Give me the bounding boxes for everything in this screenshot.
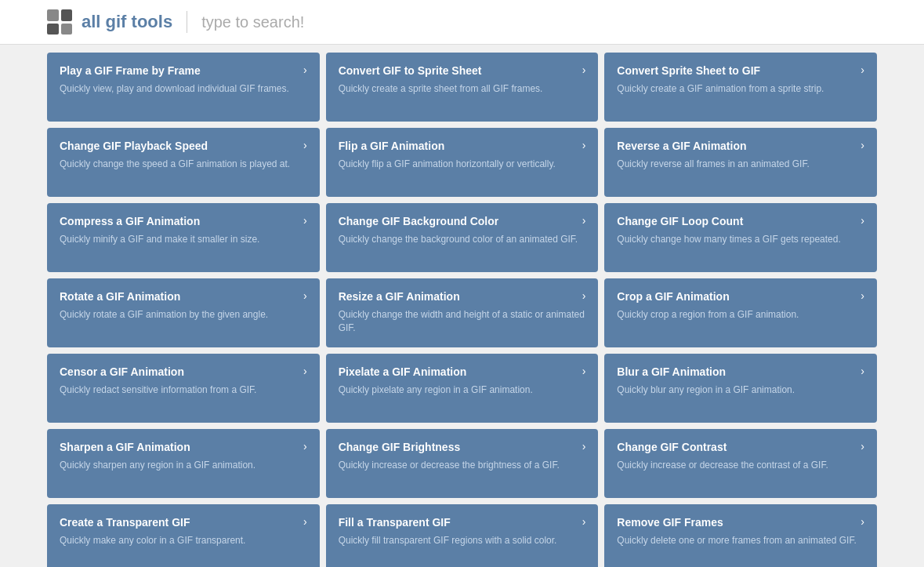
tool-desc: Quickly change how many times a GIF gets… bbox=[617, 233, 864, 246]
tool-desc: Quickly flip a GIF animation horizontall… bbox=[339, 158, 586, 171]
tool-card[interactable]: Crop a GIF Animation›Quickly crop a regi… bbox=[604, 278, 877, 347]
arrow-icon: › bbox=[303, 214, 307, 227]
tool-card-header: Sharpen a GIF Animation› bbox=[60, 440, 307, 454]
tool-desc: Quickly create a sprite sheet from all G… bbox=[339, 82, 586, 96]
tool-card-header: Convert Sprite Sheet to GIF› bbox=[617, 64, 864, 78]
arrow-icon: › bbox=[303, 64, 307, 76]
arrow-icon: › bbox=[303, 440, 307, 453]
arrow-icon: › bbox=[582, 139, 586, 151]
tools-grid: Play a GIF Frame by Frame›Quickly view, … bbox=[0, 45, 924, 567]
tool-card-header: Blur a GIF Animation› bbox=[617, 365, 864, 379]
tool-desc: Quickly view, play and download individu… bbox=[60, 82, 307, 96]
tool-card[interactable]: Reverse a GIF Animation›Quickly reverse … bbox=[604, 128, 877, 197]
tool-card-header: Reverse a GIF Animation› bbox=[617, 139, 864, 153]
tool-card-header: Compress a GIF Animation› bbox=[60, 214, 307, 228]
tool-title: Create a Transparent GIF bbox=[60, 515, 299, 529]
tool-card-header: Change GIF Brightness› bbox=[339, 440, 586, 454]
arrow-icon: › bbox=[582, 214, 586, 227]
tool-title: Convert GIF to Sprite Sheet bbox=[339, 64, 578, 78]
tool-card-header: Fill a Transparent GIF› bbox=[339, 515, 586, 529]
arrow-icon: › bbox=[582, 365, 586, 377]
tool-card[interactable]: Blur a GIF Animation›Quickly blur any re… bbox=[604, 354, 877, 423]
tool-card[interactable]: Sharpen a GIF Animation›Quickly sharpen … bbox=[47, 429, 320, 498]
tool-title: Resize a GIF Animation bbox=[339, 289, 578, 303]
tool-title: Reverse a GIF Animation bbox=[617, 139, 856, 153]
tool-desc: Quickly create a GIF animation from a sp… bbox=[617, 82, 864, 96]
tool-desc: Quickly blur any region in a GIF animati… bbox=[617, 383, 864, 397]
tool-card-header: Create a Transparent GIF› bbox=[60, 515, 307, 529]
tool-card[interactable]: Change GIF Loop Count›Quickly change how… bbox=[604, 203, 877, 272]
tool-card-header: Change GIF Playback Speed› bbox=[60, 139, 307, 153]
tool-desc: Quickly delete one or more frames from a… bbox=[617, 534, 864, 547]
tool-card[interactable]: Convert Sprite Sheet to GIF›Quickly crea… bbox=[604, 53, 877, 122]
logo-icon bbox=[47, 9, 72, 35]
tool-card-header: Convert GIF to Sprite Sheet› bbox=[339, 64, 586, 78]
arrow-icon: › bbox=[582, 289, 586, 302]
tool-card-header: Resize a GIF Animation› bbox=[339, 289, 586, 303]
tool-card[interactable]: Change GIF Playback Speed›Quickly change… bbox=[47, 128, 320, 197]
arrow-icon: › bbox=[861, 365, 864, 377]
tool-card-header: Change GIF Background Color› bbox=[339, 214, 586, 228]
tool-card[interactable]: Change GIF Brightness›Quickly increase o… bbox=[326, 429, 599, 498]
tool-desc: Quickly change the speed a GIF animation… bbox=[60, 158, 307, 171]
tool-card-header: Change GIF Loop Count› bbox=[617, 214, 864, 228]
tool-card[interactable]: Remove GIF Frames›Quickly delete one or … bbox=[604, 504, 877, 567]
tool-card-header: Pixelate a GIF Animation› bbox=[339, 365, 586, 379]
tool-title: Censor a GIF Animation bbox=[60, 365, 299, 379]
tool-title: Compress a GIF Animation bbox=[60, 214, 299, 228]
arrow-icon: › bbox=[303, 365, 307, 377]
tool-card[interactable]: Create a Transparent GIF›Quickly make an… bbox=[47, 504, 320, 567]
tool-card-header: Censor a GIF Animation› bbox=[60, 365, 307, 379]
arrow-icon: › bbox=[861, 440, 864, 453]
tool-card[interactable]: Change GIF Contrast›Quickly increase or … bbox=[604, 429, 877, 498]
arrow-icon: › bbox=[582, 440, 586, 453]
tool-desc: Quickly redact sensitive information fro… bbox=[60, 383, 307, 397]
tool-card-header: Crop a GIF Animation› bbox=[617, 289, 864, 303]
page-title: all gif tools bbox=[82, 12, 172, 32]
tool-title: Pixelate a GIF Animation bbox=[339, 365, 578, 379]
tool-desc: Quickly sharpen any region in a GIF anim… bbox=[60, 459, 307, 472]
tool-card[interactable]: Flip a GIF Animation›Quickly flip a GIF … bbox=[326, 128, 599, 197]
tool-desc: Quickly crop a region from a GIF animati… bbox=[617, 308, 864, 322]
tool-card[interactable]: Pixelate a GIF Animation›Quickly pixelat… bbox=[326, 354, 599, 423]
tool-title: Fill a Transparent GIF bbox=[339, 515, 578, 529]
tool-desc: Quickly minify a GIF and make it smaller… bbox=[60, 233, 307, 246]
tool-title: Change GIF Background Color bbox=[339, 214, 578, 228]
arrow-icon: › bbox=[303, 289, 307, 302]
tool-title: Sharpen a GIF Animation bbox=[60, 440, 299, 454]
tool-title: Crop a GIF Animation bbox=[617, 289, 856, 303]
tool-desc: Quickly fill transparent GIF regions wit… bbox=[339, 534, 586, 547]
tool-desc: Quickly change the width and height of a… bbox=[339, 308, 586, 335]
tool-desc: Quickly make any color in a GIF transpar… bbox=[60, 534, 307, 547]
tool-title: Remove GIF Frames bbox=[617, 515, 856, 529]
tool-title: Blur a GIF Animation bbox=[617, 365, 856, 379]
arrow-icon: › bbox=[303, 515, 307, 528]
arrow-icon: › bbox=[582, 515, 586, 528]
arrow-icon: › bbox=[303, 139, 307, 151]
arrow-icon: › bbox=[582, 64, 586, 76]
tool-card[interactable]: Convert GIF to Sprite Sheet›Quickly crea… bbox=[326, 53, 599, 122]
tool-card-header: Rotate a GIF Animation› bbox=[60, 289, 307, 303]
tool-desc: Quickly rotate a GIF animation by the gi… bbox=[60, 308, 307, 322]
tool-title: Change GIF Playback Speed bbox=[60, 139, 299, 153]
tool-card[interactable]: Change GIF Background Color›Quickly chan… bbox=[326, 203, 599, 272]
search-placeholder-text[interactable]: type to search! bbox=[201, 13, 304, 31]
tool-title: Flip a GIF Animation bbox=[339, 139, 578, 153]
arrow-icon: › bbox=[861, 64, 864, 76]
tool-card[interactable]: Censor a GIF Animation›Quickly redact se… bbox=[47, 354, 320, 423]
tool-title: Change GIF Brightness bbox=[339, 440, 578, 454]
tool-title: Change GIF Contrast bbox=[617, 440, 856, 454]
arrow-icon: › bbox=[861, 289, 864, 302]
tool-card[interactable]: Fill a Transparent GIF›Quickly fill tran… bbox=[326, 504, 599, 567]
tool-title: Change GIF Loop Count bbox=[617, 214, 856, 228]
tool-title: Convert Sprite Sheet to GIF bbox=[617, 64, 856, 78]
tool-card[interactable]: Play a GIF Frame by Frame›Quickly view, … bbox=[47, 53, 320, 122]
arrow-icon: › bbox=[861, 139, 864, 151]
arrow-icon: › bbox=[861, 515, 864, 528]
tool-card-header: Flip a GIF Animation› bbox=[339, 139, 586, 153]
tool-card[interactable]: Compress a GIF Animation›Quickly minify … bbox=[47, 203, 320, 272]
tool-card[interactable]: Rotate a GIF Animation›Quickly rotate a … bbox=[47, 278, 320, 347]
tool-title: Play a GIF Frame by Frame bbox=[60, 64, 299, 78]
tool-desc: Quickly change the background color of a… bbox=[339, 233, 586, 246]
tool-card[interactable]: Resize a GIF Animation›Quickly change th… bbox=[326, 278, 599, 347]
